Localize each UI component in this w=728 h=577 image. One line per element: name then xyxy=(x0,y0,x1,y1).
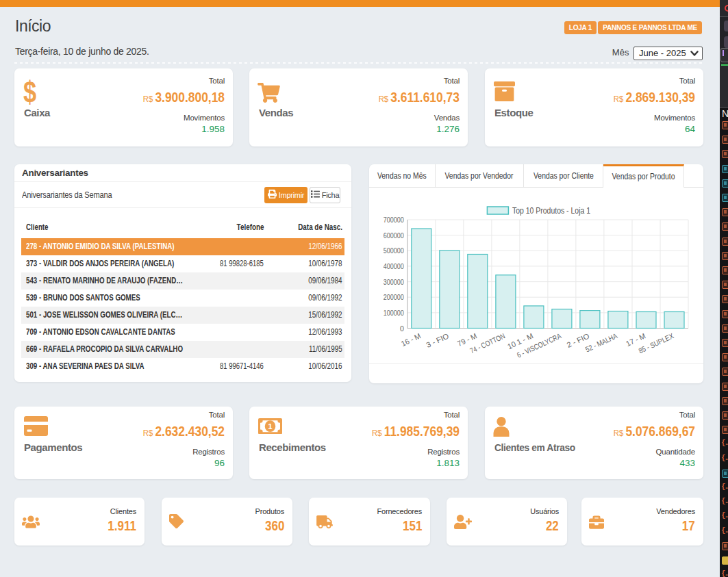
svg-text:600000: 600000 xyxy=(384,231,404,240)
svg-text:Top 10 Produtos - Loja 1: Top 10 Produtos - Loja 1 xyxy=(512,206,590,216)
svg-text:300000: 300000 xyxy=(384,278,404,286)
svg-text:400000: 400000 xyxy=(384,262,404,270)
svg-text:500000: 500000 xyxy=(384,246,404,255)
svg-text:200000: 200000 xyxy=(384,293,404,301)
svg-text:3 - FIO: 3 - FIO xyxy=(425,331,450,349)
svg-text:1: 1 xyxy=(268,422,273,431)
svg-text:52 - MALHA: 52 - MALHA xyxy=(584,331,619,353)
svg-text:16 - M: 16 - M xyxy=(400,331,422,348)
svg-text:100000: 100000 xyxy=(384,309,404,317)
svg-text:0: 0 xyxy=(400,324,404,333)
svg-text:700000: 700000 xyxy=(384,216,404,224)
